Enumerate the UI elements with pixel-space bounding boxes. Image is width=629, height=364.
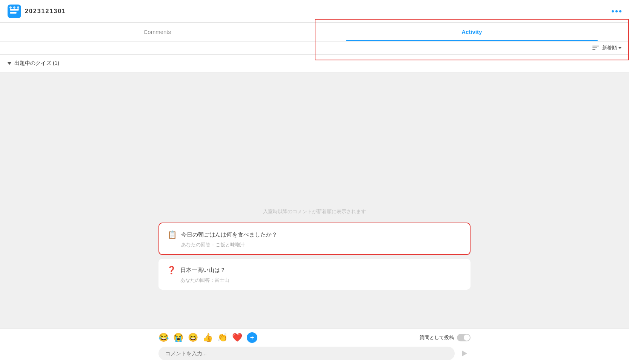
quiz-question: 今日の朝ごはんは何を食べましたか？ <box>181 231 277 238</box>
sort-controls: 新着順 <box>592 45 621 51</box>
quiz-card-header: 📋 今日の朝ごはんは何を食べましたか？ <box>167 229 462 240</box>
header: 2023121301 <box>0 0 629 23</box>
hint-text: 入室時以降のコメントが新着順に表示されます <box>263 208 366 215</box>
emoji-clap-button[interactable]: 👏 <box>217 333 228 342</box>
section-header[interactable]: 出題中のクイズ (1) <box>0 55 629 72</box>
svg-rect-2 <box>10 12 17 14</box>
sort-dropdown[interactable]: 新着順 <box>602 45 621 51</box>
chevron-down-icon <box>618 47 621 49</box>
tabs-wrapper: Comments Activity 新着順 <box>0 23 629 55</box>
quiz-question: 日本一高い山は？ <box>180 267 226 274</box>
emoji-thumbsup-button[interactable]: 👍 <box>203 333 213 342</box>
emoji-lol-button[interactable]: 😆 <box>188 333 198 342</box>
add-emoji-button[interactable]: + <box>247 332 257 343</box>
dot-icon <box>612 10 614 12</box>
svg-point-5 <box>17 6 19 9</box>
quiz-card-header: ❓ 日本一高い山は？ <box>166 265 463 275</box>
svg-rect-1 <box>10 9 19 11</box>
more-options-button[interactable] <box>612 10 621 12</box>
post-as-question-toggle[interactable] <box>457 334 471 341</box>
tab-activity[interactable]: Activity <box>315 23 629 41</box>
send-button[interactable] <box>458 347 471 359</box>
svg-point-3 <box>9 6 12 9</box>
main-content: 入室時以降のコメントが新着順に表示されます 📋 今日の朝ごはんは何を食べましたか… <box>0 72 629 293</box>
emoji-cry-button[interactable]: 😭 <box>173 333 183 342</box>
collapse-icon <box>8 62 11 65</box>
emoji-row: 😂 😭 😆 👍 👏 ❤️ + 質問として投稿 <box>8 332 621 343</box>
dot-icon <box>619 10 621 12</box>
tabs-bar: Comments Activity <box>0 23 629 41</box>
sort-bar: 新着順 <box>0 41 629 55</box>
svg-point-4 <box>13 6 15 9</box>
quiz-card: 📋 今日の朝ごはんは何を食べましたか？ あなたの回答：ご飯と味噌汁 <box>158 223 471 255</box>
quiz-icon: ❓ <box>166 265 177 275</box>
comment-input[interactable] <box>158 347 455 360</box>
filter-icon[interactable] <box>592 46 599 50</box>
page-title: 2023121301 <box>25 8 66 15</box>
quiz-answer: あなたの回答：ご飯と味噌汁 <box>167 241 462 248</box>
emoji-laugh-button[interactable]: 😂 <box>158 333 169 342</box>
section-label: 出題中のクイズ (1) <box>14 60 59 67</box>
quiz-icon: 📋 <box>167 229 177 240</box>
quiz-answer: あなたの回答：富士山 <box>166 277 463 284</box>
tab-comments[interactable]: Comments <box>0 23 315 41</box>
quiz-card: ❓ 日本一高い山は？ あなたの回答：富士山 <box>158 259 471 290</box>
bottom-bar: 😂 😭 😆 👍 👏 ❤️ + 質問として投稿 <box>0 328 629 364</box>
post-as-question-label: 質問として投稿 <box>420 334 454 341</box>
post-as-question-area: 質問として投稿 <box>420 334 471 341</box>
app-logo-icon <box>8 5 21 18</box>
comment-input-row <box>8 347 621 360</box>
emoji-group: 😂 😭 😆 👍 👏 ❤️ + <box>158 332 257 343</box>
dot-icon <box>615 10 618 12</box>
emoji-heart-button[interactable]: ❤️ <box>232 333 242 342</box>
logo-area: 2023121301 <box>8 5 66 18</box>
quiz-cards-area: 📋 今日の朝ごはんは何を食べましたか？ あなたの回答：ご飯と味噌汁 ❓ 日本一高… <box>0 223 629 293</box>
send-icon <box>462 350 467 356</box>
